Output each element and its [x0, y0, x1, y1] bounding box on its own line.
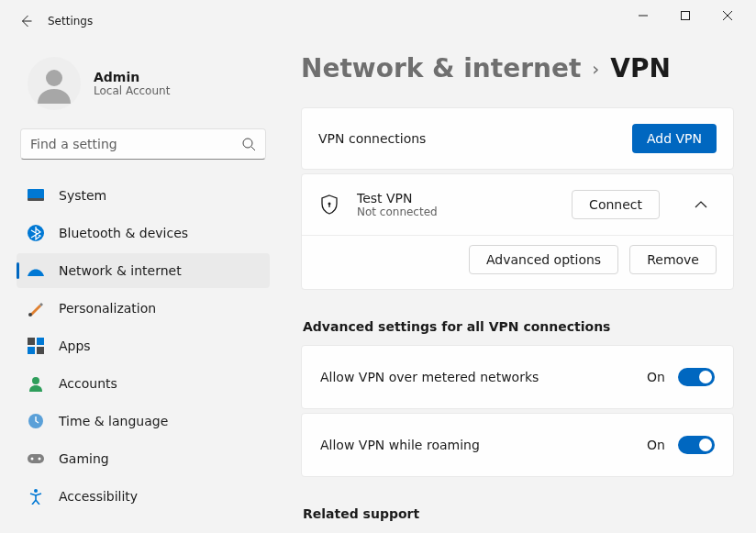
chevron-up-icon: [695, 200, 707, 209]
connect-button[interactable]: Connect: [572, 190, 660, 219]
add-vpn-button[interactable]: Add VPN: [632, 124, 717, 153]
sidebar-item-label: Bluetooth & devices: [59, 226, 188, 240]
maximize-icon: [681, 11, 690, 20]
svg-rect-9: [28, 347, 35, 354]
back-button[interactable]: [7, 3, 44, 39]
svg-point-11: [32, 377, 39, 384]
toggle-label: Allow VPN while roaming: [320, 438, 480, 452]
svg-rect-13: [28, 454, 44, 463]
toggle-state-label: On: [647, 438, 665, 452]
svg-point-1: [46, 70, 62, 86]
svg-point-14: [31, 458, 34, 461]
gaming-icon: [28, 450, 44, 467]
vpn-connections-title: VPN connections: [318, 131, 426, 146]
breadcrumb: Network & internet › VPN: [301, 53, 734, 83]
toggle-label: Allow VPN over metered networks: [320, 370, 539, 384]
svg-rect-0: [682, 12, 690, 20]
close-icon: [723, 11, 732, 20]
roaming-card: Allow VPN while roaming On: [301, 413, 734, 477]
sidebar-item-label: Gaming: [59, 451, 109, 466]
bluetooth-icon: [28, 225, 44, 241]
vpn-actions-row: Advanced options Remove: [302, 235, 733, 289]
accounts-icon: [28, 375, 44, 392]
close-button[interactable]: [706, 1, 749, 30]
apps-icon: [28, 338, 44, 354]
accessibility-icon: [28, 488, 44, 505]
personalization-icon: [28, 300, 44, 316]
breadcrumb-current: VPN: [610, 53, 671, 83]
avatar: [28, 57, 81, 110]
chevron-right-icon: ›: [592, 58, 599, 80]
sidebar-item-label: Time & language: [59, 414, 168, 428]
user-subtitle: Local Account: [94, 84, 170, 97]
sidebar: Admin Local Account System Bluetooth & d…: [0, 42, 279, 533]
sidebar-item-label: Network & internet: [59, 263, 182, 278]
search-box[interactable]: [20, 128, 266, 160]
sidebar-item-gaming[interactable]: Gaming: [17, 441, 270, 476]
toggle-state-label: On: [647, 370, 665, 384]
sidebar-item-accessibility[interactable]: Accessibility: [17, 479, 270, 514]
svg-rect-8: [37, 338, 44, 345]
sidebar-item-system[interactable]: System: [17, 178, 270, 213]
system-icon: [28, 187, 44, 204]
remove-button[interactable]: Remove: [629, 245, 717, 274]
sidebar-item-accounts[interactable]: Accounts: [17, 366, 270, 401]
advanced-settings-title: Advanced settings for all VPN connection…: [303, 319, 734, 334]
sidebar-item-bluetooth[interactable]: Bluetooth & devices: [17, 216, 270, 250]
titlebar: Settings: [0, 0, 756, 42]
network-icon: [28, 262, 44, 279]
vpn-connection-name: Test VPN: [357, 191, 438, 205]
sidebar-item-label: Accounts: [59, 376, 117, 391]
search-icon: [242, 138, 256, 151]
svg-rect-4: [28, 198, 44, 201]
sidebar-item-time[interactable]: Time & language: [17, 404, 270, 439]
breadcrumb-parent[interactable]: Network & internet: [301, 53, 581, 83]
shield-icon: [318, 194, 340, 215]
window-controls: [622, 12, 749, 30]
related-support-title: Related support: [303, 506, 734, 521]
sidebar-item-label: System: [59, 188, 106, 203]
minimize-icon: [639, 11, 648, 20]
sidebar-item-label: Personalization: [59, 301, 156, 316]
svg-rect-10: [37, 347, 44, 354]
advanced-options-button[interactable]: Advanced options: [469, 245, 618, 274]
vpn-connection-status: Not connected: [357, 205, 438, 218]
user-name: Admin: [94, 70, 170, 84]
sidebar-item-network[interactable]: Network & internet: [17, 253, 270, 288]
svg-point-16: [34, 489, 38, 493]
search-input[interactable]: [30, 137, 242, 151]
sidebar-item-label: Apps: [59, 339, 91, 353]
metered-networks-toggle[interactable]: [678, 368, 715, 386]
vpn-connection-card: Test VPN Not connected Connect Advanced …: [301, 173, 734, 290]
svg-point-2: [243, 139, 252, 148]
back-arrow-icon: [18, 14, 33, 28]
vpn-connections-card: VPN connections Add VPN: [301, 107, 734, 170]
collapse-button[interactable]: [685, 189, 717, 220]
minimize-button[interactable]: [622, 1, 664, 30]
svg-point-6: [28, 313, 32, 316]
avatar-icon: [34, 63, 74, 104]
svg-rect-7: [28, 338, 35, 345]
roaming-toggle[interactable]: [678, 436, 715, 454]
maximize-button[interactable]: [664, 1, 706, 30]
vpn-connection-row[interactable]: Test VPN Not connected Connect: [302, 174, 733, 235]
metered-networks-card: Allow VPN over metered networks On: [301, 345, 734, 409]
sidebar-item-apps[interactable]: Apps: [17, 328, 270, 363]
window-title: Settings: [48, 15, 93, 28]
sidebar-item-label: Accessibility: [59, 489, 138, 504]
main-content: Network & internet › VPN VPN connections…: [279, 42, 756, 533]
user-card[interactable]: Admin Local Account: [17, 42, 270, 127]
time-icon: [28, 413, 44, 429]
svg-point-15: [39, 458, 41, 461]
sidebar-item-personalization[interactable]: Personalization: [17, 291, 270, 326]
nav-list: System Bluetooth & devices Network & int…: [17, 178, 270, 514]
